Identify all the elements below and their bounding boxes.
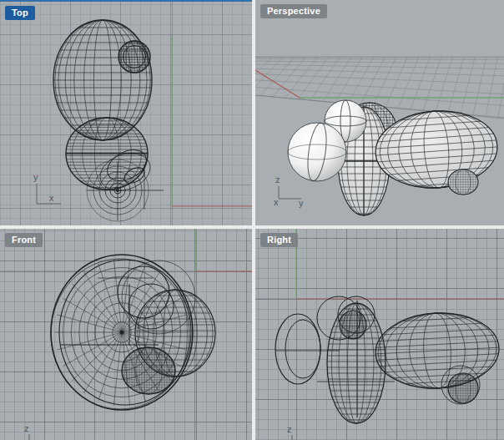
viewport-grid: yx Top zxy Perspective z Front z Right (0, 0, 504, 440)
svg-text:x: x (49, 193, 54, 203)
svg-text:x: x (274, 197, 279, 207)
axis-triad-icon: z (287, 424, 292, 440)
viewport-tab-perspective[interactable]: Perspective (260, 4, 327, 18)
world-axes (255, 70, 504, 98)
right-viewport-canvas[interactable]: z (255, 229, 504, 440)
viewport-top[interactable]: yx Top (0, 0, 252, 225)
cplane-axes (296, 229, 504, 299)
perspective-viewport-canvas[interactable]: zxy (255, 0, 504, 225)
axis-triad-icon: z (24, 423, 29, 440)
viewport-perspective[interactable]: zxy Perspective (255, 0, 504, 225)
svg-text:z: z (275, 174, 280, 185)
right-view-model (275, 296, 501, 423)
svg-text:z: z (287, 424, 292, 434)
viewport-tab-right[interactable]: Right (260, 233, 298, 247)
svg-text:y: y (33, 172, 38, 182)
cplane-axes (196, 229, 252, 271)
axis-triad-icon: yx (33, 172, 61, 204)
viewport-tab-front[interactable]: Front (5, 233, 43, 247)
axis-triad-icon: zxy (274, 174, 304, 208)
svg-text:y: y (299, 198, 304, 208)
svg-text:z: z (24, 423, 29, 433)
viewport-tab-top[interactable]: Top (5, 6, 35, 20)
cplane-axes (172, 35, 252, 206)
viewport-right[interactable]: z Right (255, 229, 504, 440)
top-viewport-canvas[interactable]: yx (0, 2, 252, 225)
perspective-view-model (288, 100, 500, 215)
top-view-model (53, 20, 164, 221)
viewport-front[interactable]: z Front (0, 229, 252, 440)
front-view-model (51, 255, 215, 410)
front-viewport-canvas[interactable]: z (0, 229, 252, 440)
